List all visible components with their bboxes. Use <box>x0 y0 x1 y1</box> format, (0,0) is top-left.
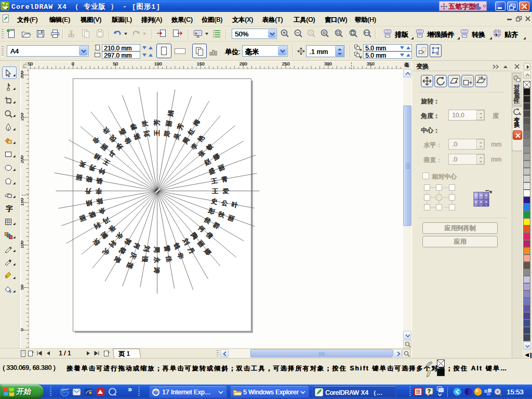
svg-text:周永涛: 周永涛 <box>153 246 161 277</box>
svg-text:王爱: 王爱 <box>211 188 233 195</box>
svg-text:字: 字 <box>6 205 12 212</box>
svg-text:y: y <box>360 55 362 59</box>
svg-text:?: ? <box>428 389 431 394</box>
svg-text:x: x <box>360 47 362 51</box>
svg-text:李丹: 李丹 <box>81 188 102 195</box>
svg-text:王芳: 王芳 <box>153 115 161 137</box>
